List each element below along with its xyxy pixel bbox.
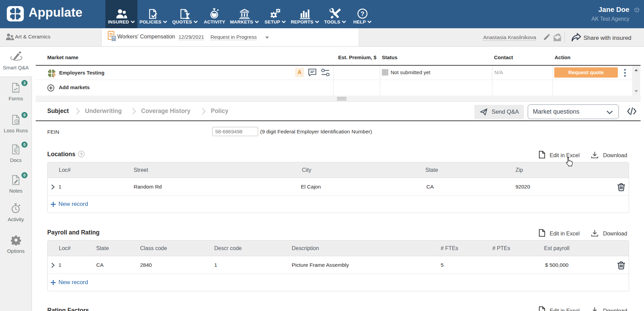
svg-text:?: ? [361,11,365,17]
